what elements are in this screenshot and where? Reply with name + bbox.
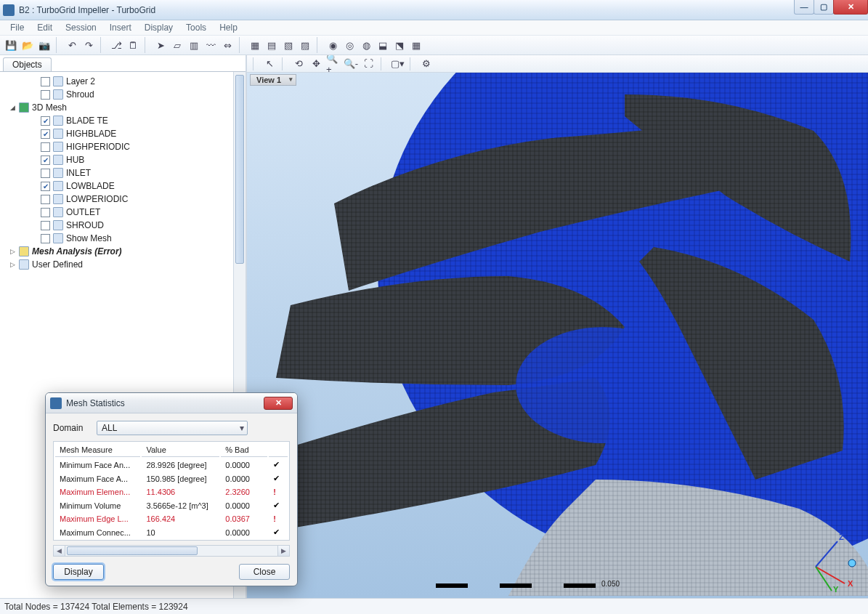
table-row[interactable]: Maximum Edge L...166.4240.0367 — [55, 513, 288, 525]
table-row[interactable]: Minimum Face An...28.9926 [degree]0.0000 — [55, 459, 288, 471]
display-button[interactable]: Display — [53, 564, 104, 580]
minimize-button[interactable]: — — [794, 0, 814, 15]
3d-viewport[interactable]: ↖ ⟲ ✥ 🔍+ 🔍- ⛶ ▢▾ ⚙ View 1 ANSYS — [247, 55, 868, 598]
snapshot-icon[interactable]: 📷 — [36, 37, 52, 53]
region-icon — [53, 142, 63, 152]
grid2-icon[interactable]: ▤ — [264, 37, 280, 53]
status-text: Total Nodes = 137424 Total Elements = 12… — [4, 602, 188, 612]
tree-item-blade-te[interactable]: BLADE TE — [4, 114, 241, 127]
scroll-left-icon[interactable]: ◀ — [54, 546, 65, 556]
checkbox-icon[interactable] — [41, 129, 50, 139]
plane1-icon[interactable]: ▱ — [169, 37, 185, 53]
menu-session[interactable]: Session — [60, 21, 102, 34]
checkbox-icon[interactable] — [41, 221, 50, 230]
svg-point-11 — [848, 560, 856, 567]
checkbox-icon[interactable] — [41, 77, 50, 86]
table-row[interactable]: Maximum Connec...100.0000 — [55, 526, 288, 538]
objects-tab[interactable]: Objects — [3, 57, 52, 72]
checkbox-icon[interactable] — [41, 208, 50, 217]
tree-item-mesh-analysis[interactable]: ▷Mesh Analysis (Error) — [4, 245, 241, 258]
tree-item-highperiodic[interactable]: HIGHPERIODIC — [4, 140, 241, 153]
tree-item-shroud-geom[interactable]: Shroud — [4, 88, 241, 101]
grid3-icon[interactable]: ▧ — [280, 37, 296, 53]
table-row[interactable]: Minimum Volume3.5665e-12 [m^3]0.0000 — [55, 499, 288, 512]
cursor-icon[interactable]: ↖ — [261, 56, 277, 72]
scroll-right-icon[interactable]: ▶ — [277, 546, 289, 556]
redo-icon[interactable]: ↷ — [81, 37, 97, 53]
checkbox-icon[interactable] — [41, 234, 50, 243]
layout3-icon[interactable]: ▦ — [408, 37, 424, 53]
region-icon — [53, 181, 63, 191]
view3-icon[interactable]: ◍ — [358, 37, 374, 53]
tree-group-3dmesh[interactable]: ◢3D Mesh — [4, 101, 241, 114]
view1-icon[interactable]: ◉ — [325, 37, 341, 53]
menu-insert[interactable]: Insert — [104, 21, 137, 34]
tree-item-inlet[interactable]: INLET — [4, 166, 241, 179]
tree-item-user-defined[interactable]: ▷User Defined — [4, 258, 241, 271]
view2-icon[interactable]: ◎ — [341, 37, 357, 53]
tree-item-highblade[interactable]: HIGHBLADE — [4, 127, 241, 140]
mesh-statistics-dialog[interactable]: Mesh Statistics ✕ Domain ALL Mesh Measur… — [45, 392, 298, 586]
svg-line-5 — [816, 567, 845, 583]
zoom-in-icon[interactable]: 🔍+ — [325, 56, 341, 72]
checkbox-icon[interactable] — [41, 142, 50, 152]
dialog-titlebar[interactable]: Mesh Statistics ✕ — [46, 393, 297, 413]
zoom-out-icon[interactable]: 🔍- — [343, 56, 359, 72]
domain-select[interactable]: ALL — [97, 421, 248, 435]
checkbox-icon[interactable] — [41, 195, 50, 204]
undo-icon[interactable]: ↶ — [64, 37, 80, 53]
expand-icon[interactable]: ▷ — [9, 248, 16, 255]
tree-item-lowblade[interactable]: LOWBLADE — [4, 179, 241, 193]
menu-tools[interactable]: Tools — [180, 21, 212, 34]
col-measure[interactable]: Mesh Measure — [55, 443, 140, 457]
note-icon[interactable]: 🗒 — [125, 37, 141, 53]
svg-point-4 — [516, 327, 690, 443]
table-row[interactable]: Maximum Elemen...11.43062.3260 — [55, 486, 288, 498]
tree-item-outlet[interactable]: OUTLET — [4, 206, 241, 219]
menu-display[interactable]: Display — [139, 21, 179, 34]
range-icon[interactable]: ⇔ — [219, 37, 235, 53]
save-icon[interactable]: 💾 — [3, 37, 19, 53]
close-window-button[interactable]: ✕ — [833, 0, 868, 15]
layout1-icon[interactable]: ⬓ — [375, 37, 391, 53]
dialog-close-button[interactable]: ✕ — [264, 397, 293, 410]
dialog-body: Domain ALL Mesh Measure Value % Bad Mini… — [46, 413, 297, 586]
checkbox-icon[interactable] — [41, 169, 50, 178]
grid1-icon[interactable]: ▦ — [247, 37, 263, 53]
arrow-icon[interactable]: ➤ — [153, 37, 169, 53]
checkbox-icon[interactable] — [41, 116, 50, 126]
expand-icon[interactable]: ▷ — [9, 261, 16, 268]
tree-item-layer2[interactable]: Layer 2 — [4, 75, 241, 88]
menu-edit[interactable]: Edit — [31, 21, 58, 34]
collapse-icon[interactable]: ◢ — [9, 104, 16, 111]
tree-item-show-mesh[interactable]: Show Mesh — [4, 232, 241, 245]
pan-icon[interactable]: ✥ — [308, 56, 324, 72]
col-value[interactable]: Value — [142, 443, 219, 457]
plane2-icon[interactable]: ▥ — [186, 37, 202, 53]
tree-item-shroud[interactable]: SHROUD — [4, 219, 241, 232]
tree-item-lowperiodic[interactable]: LOWPERIODIC — [4, 193, 241, 206]
menu-help[interactable]: Help — [214, 21, 243, 34]
open-icon[interactable]: 📂 — [20, 37, 36, 53]
table-row[interactable]: Maximum Face A...150.985 [degree]0.0000 — [55, 472, 288, 485]
grid4-icon[interactable]: ▨ — [297, 37, 313, 53]
checkbox-icon[interactable] — [41, 90, 50, 100]
box-icon[interactable]: ▢▾ — [389, 56, 405, 72]
fit-icon[interactable]: ⛶ — [360, 56, 376, 72]
maximize-button[interactable]: ▢ — [814, 0, 834, 15]
curve-icon[interactable]: 〰 — [203, 37, 219, 53]
col-bad[interactable]: % Bad — [221, 443, 267, 457]
scroll-thumb[interactable] — [235, 75, 244, 264]
checkbox-icon[interactable] — [41, 182, 50, 191]
profile-icon[interactable]: ⎇ — [108, 37, 124, 53]
settings-icon[interactable]: ⚙ — [418, 56, 434, 72]
checkbox-icon[interactable] — [41, 155, 50, 165]
tree-item-hub[interactable]: HUB — [4, 153, 241, 166]
menu-file[interactable]: File — [4, 21, 30, 34]
table-h-scrollbar[interactable]: ◀ ▶ — [53, 545, 290, 557]
close-button[interactable]: Close — [239, 564, 290, 580]
col-status[interactable] — [269, 443, 288, 457]
scroll-thumb[interactable] — [67, 546, 198, 555]
rotate-icon[interactable]: ⟲ — [291, 56, 307, 72]
layout2-icon[interactable]: ⬔ — [392, 37, 407, 53]
